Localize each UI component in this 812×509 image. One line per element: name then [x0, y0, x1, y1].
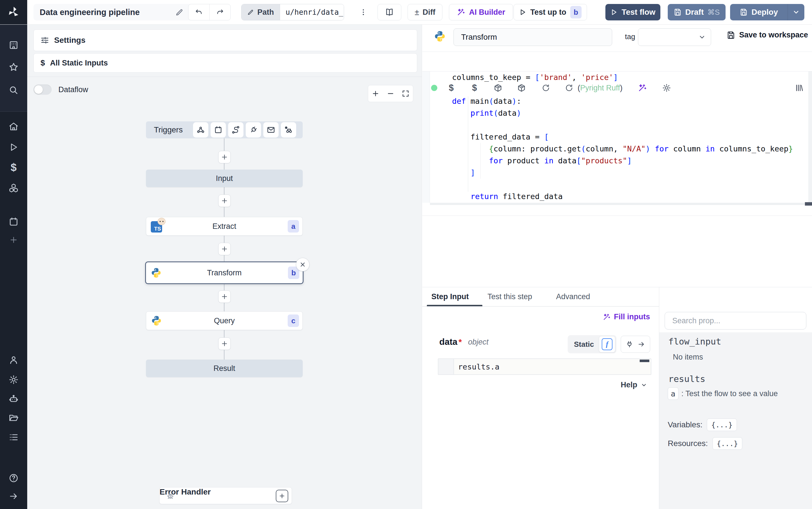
variables-value-badge[interactable]: {...} — [707, 418, 737, 431]
trigger-schedule-button[interactable] — [211, 122, 226, 138]
path-input[interactable]: u/henri/data_ — [280, 4, 344, 20]
tab-test-this-step[interactable]: Test this step — [487, 287, 532, 306]
sidebar-item-logs[interactable] — [7, 431, 21, 443]
test-flow-button[interactable]: Test flow — [605, 4, 660, 21]
more-options-button[interactable] — [358, 4, 369, 21]
redo-button[interactable] — [210, 4, 231, 20]
editor-gutter — [422, 71, 430, 203]
sidebar-item-settings[interactable] — [7, 373, 21, 386]
path-control: Path u/henri/data_ — [241, 4, 344, 21]
sidebar-item-resources[interactable] — [7, 182, 21, 194]
trigger-scheduled-poll-button[interactable] — [281, 122, 296, 138]
sidebar-item-search[interactable] — [7, 84, 21, 96]
help-label: Help — [621, 380, 637, 389]
dataflow-toggle[interactable] — [33, 84, 51, 95]
tab-step-input[interactable]: Step Input — [431, 287, 469, 306]
resources-value-badge[interactable]: {...} — [712, 437, 742, 450]
help-toggle[interactable]: Help — [621, 380, 647, 389]
save-to-workspace-button[interactable]: Save to workspace — [727, 31, 808, 39]
prop-result-a-row[interactable]: a : Test the flow to see a value — [668, 387, 778, 400]
edit-path-button[interactable]: Path — [242, 4, 280, 20]
test-up-to-step-badge[interactable]: b — [570, 6, 582, 19]
add-step-button[interactable] — [218, 337, 231, 350]
input-mode-toggle[interactable]: Static f — [568, 335, 617, 353]
prop-results[interactable]: results — [668, 374, 705, 384]
add-step-button[interactable] — [218, 291, 231, 303]
javascript-mode-segment[interactable]: f — [599, 336, 615, 352]
expr-editor[interactable]: results.a — [438, 359, 651, 375]
test-flow-label: Test flow — [622, 8, 655, 17]
node-input[interactable]: Input — [146, 170, 303, 187]
docs-button[interactable] — [377, 4, 401, 21]
sidebar-item-user[interactable] — [7, 354, 21, 366]
arrow-right-icon[interactable] — [638, 341, 645, 348]
test-up-to-button[interactable]: Test up to b — [514, 4, 587, 21]
sidebar-item-variables[interactable]: $ — [7, 161, 21, 174]
fill-inputs-button[interactable]: Fill inputs — [602, 312, 650, 321]
deploy-label: Deploy — [751, 8, 778, 17]
diff-button[interactable]: ± Diff — [408, 4, 442, 21]
sidebar-item-folders[interactable] — [7, 412, 21, 424]
save-icon — [740, 8, 748, 16]
library-panel-button[interactable] — [794, 83, 804, 93]
delete-node-button[interactable] — [296, 258, 309, 271]
sidebar-item-favorites[interactable] — [7, 61, 21, 73]
search-prop-input[interactable] — [665, 312, 806, 330]
plug-icon[interactable] — [626, 341, 633, 348]
sidebar-item-add[interactable] — [7, 234, 21, 246]
result-key-badge[interactable]: a — [668, 387, 678, 400]
sidebar-item-home[interactable] — [7, 120, 21, 133]
tag-select[interactable] — [638, 28, 711, 46]
triggers-bar[interactable]: Triggers — [146, 122, 303, 138]
add-error-handler-button[interactable] — [276, 490, 288, 502]
prop-variables-row[interactable]: Variables: {...} — [668, 418, 737, 431]
deploy-button[interactable]: Deploy — [730, 4, 804, 21]
add-step-button[interactable] — [218, 151, 231, 163]
sidebar-item-runs[interactable] — [7, 141, 21, 154]
node-query[interactable]: Query c — [146, 311, 303, 330]
rename-flow-button[interactable] — [175, 8, 184, 16]
page-title: Data engineering pipeline — [40, 0, 140, 24]
error-handler-node[interactable]: Error Handler — [159, 487, 292, 504]
code-editor[interactable]: columns_to_keep = ['brand', 'price'] def… — [452, 71, 793, 202]
trigger-http-route-button[interactable] — [228, 122, 244, 138]
sidebar-item-help[interactable] — [7, 472, 21, 484]
undo-button[interactable] — [188, 4, 210, 20]
error-handler-label: Error Handler — [159, 487, 292, 497]
trigger-email-button[interactable] — [263, 122, 279, 138]
plus-icon — [221, 340, 228, 347]
sidebar-item-workspace[interactable] — [7, 39, 21, 51]
node-extract[interactable]: TS Extract a — [146, 217, 303, 236]
step-name-input[interactable]: Transform — [453, 28, 612, 46]
static-mode-label[interactable]: Static — [574, 340, 594, 349]
expr-content[interactable]: results.a — [454, 359, 651, 374]
editor-scrollbar-thumb[interactable] — [805, 202, 812, 206]
prop-resources-row[interactable]: Resources: {...} — [668, 437, 742, 450]
node-transform-selected[interactable]: Transform b — [145, 262, 303, 284]
expr-scrollbar-thumb[interactable] — [640, 360, 649, 362]
node-result[interactable]: Result — [146, 360, 303, 377]
trigger-websocket-button[interactable] — [246, 122, 261, 138]
prop-flow-input[interactable]: flow_input — [668, 336, 721, 346]
add-step-button[interactable] — [218, 243, 231, 255]
ai-builder-button[interactable]: AI Builder — [449, 4, 513, 21]
all-static-inputs-button[interactable]: $ All Static Inputs — [33, 53, 417, 73]
sidebar-item-schedules[interactable] — [7, 215, 21, 228]
zoom-out-icon[interactable] — [386, 90, 395, 98]
trigger-webhook-button[interactable] — [193, 122, 208, 138]
add-step-button[interactable] — [218, 195, 231, 207]
flow-settings-button[interactable]: Settings — [33, 30, 417, 51]
fit-view-icon[interactable] — [402, 90, 410, 98]
bug-icon — [166, 491, 175, 500]
deploy-dropdown-button[interactable] — [788, 4, 804, 21]
draft-button[interactable]: Draft ⌘S — [668, 4, 726, 21]
dataflow-label: Dataflow — [59, 86, 88, 94]
tabs-bottom-border — [422, 306, 659, 307]
windmill-logo[interactable] — [0, 0, 27, 24]
sidebar-item-workers[interactable] — [7, 393, 21, 405]
draft-label: Draft — [685, 8, 704, 17]
sidebar-expand-button[interactable] — [7, 490, 21, 503]
node-transform-label: Transform — [146, 262, 303, 283]
tab-advanced[interactable]: Advanced — [556, 287, 590, 306]
zoom-in-icon[interactable] — [372, 90, 379, 98]
